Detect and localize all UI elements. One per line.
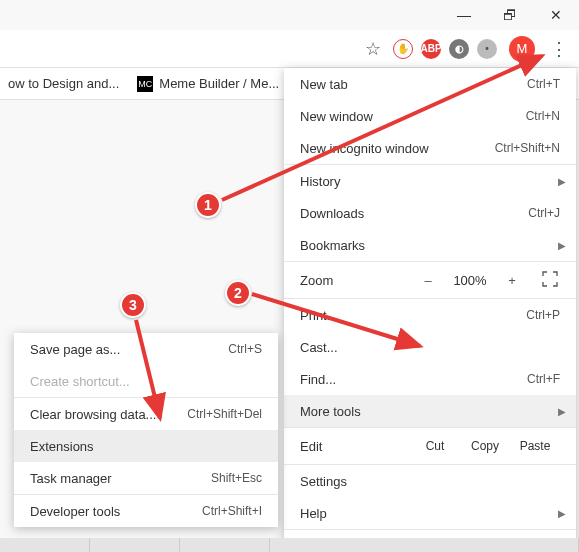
ext-icon-hand[interactable]: ✋ xyxy=(393,39,413,59)
menu-label: Cast... xyxy=(300,340,338,355)
menu-print[interactable]: Print... Ctrl+P xyxy=(284,299,576,331)
ext-icon-3[interactable]: ◐ xyxy=(449,39,469,59)
maximize-button[interactable]: 🗗 xyxy=(487,0,533,30)
window-controls: — 🗗 ✕ xyxy=(441,0,579,30)
minimize-button[interactable]: — xyxy=(441,0,487,30)
close-button[interactable]: ✕ xyxy=(533,0,579,30)
menu-label: Downloads xyxy=(300,206,364,221)
zoom-in-button[interactable]: + xyxy=(500,273,524,288)
menu-shortcut: Ctrl+N xyxy=(526,109,560,123)
submenu-shortcut: Ctrl+Shift+Del xyxy=(187,407,262,421)
menu-shortcut: Ctrl+P xyxy=(526,308,560,322)
menu-label: Edit xyxy=(300,439,410,454)
menu-more-tools[interactable]: More tools ▶ xyxy=(284,395,576,427)
submenu-label: Task manager xyxy=(30,471,112,486)
zoom-percentage: 100% xyxy=(450,273,490,288)
menu-label: History xyxy=(300,174,340,189)
chevron-right-icon: ▶ xyxy=(558,240,566,251)
submenu-label: Save page as... xyxy=(30,342,120,357)
ext-icon-abp[interactable]: ABP xyxy=(421,39,441,59)
fullscreen-icon[interactable] xyxy=(542,271,560,289)
chevron-right-icon: ▶ xyxy=(558,508,566,519)
menu-label: New incognito window xyxy=(300,141,429,156)
menu-label: New window xyxy=(300,109,373,124)
ext-icon-4[interactable]: • xyxy=(477,39,497,59)
submenu-save-page[interactable]: Save page as... Ctrl+S xyxy=(14,333,278,365)
menu-label: Zoom xyxy=(300,273,406,288)
menu-shortcut: Ctrl+J xyxy=(528,206,560,220)
bookmark-item[interactable]: ow to Design and... xyxy=(8,76,119,91)
zoom-out-button[interactable]: – xyxy=(416,273,440,288)
menu-help[interactable]: Help ▶ xyxy=(284,497,576,529)
menu-label: Settings xyxy=(300,474,347,489)
menu-shortcut: Ctrl+T xyxy=(527,77,560,91)
submenu-task-manager[interactable]: Task manager Shift+Esc xyxy=(14,462,278,494)
menu-shortcut: Ctrl+Shift+N xyxy=(495,141,560,155)
submenu-label: Clear browsing data... xyxy=(30,407,156,422)
menu-shortcut: Ctrl+F xyxy=(527,372,560,386)
taskbar-strip xyxy=(0,538,579,552)
menu-label: New tab xyxy=(300,77,348,92)
submenu-label: Extensions xyxy=(30,439,94,454)
menu-label: Print... xyxy=(300,308,338,323)
more-tools-submenu: Save page as... Ctrl+S Create shortcut..… xyxy=(14,333,278,527)
submenu-label: Create shortcut... xyxy=(30,374,130,389)
profile-avatar[interactable]: M xyxy=(509,36,535,62)
edit-paste-button[interactable]: Paste xyxy=(510,439,560,453)
menu-zoom: Zoom – 100% + xyxy=(284,262,576,298)
browser-toolbar: ☆ ✋ ABP ◐ • M ⋮ xyxy=(0,30,579,68)
bookmark-label: Meme Builder / Me... xyxy=(159,76,279,91)
menu-cast[interactable]: Cast... xyxy=(284,331,576,363)
edit-copy-button[interactable]: Copy xyxy=(460,439,510,453)
menu-label: Bookmarks xyxy=(300,238,365,253)
extension-icons: ✋ ABP ◐ • xyxy=(393,39,497,59)
bookmark-star-icon[interactable]: ☆ xyxy=(365,38,381,60)
chevron-right-icon: ▶ xyxy=(558,176,566,187)
chevron-right-icon: ▶ xyxy=(558,406,566,417)
submenu-shortcut: Shift+Esc xyxy=(211,471,262,485)
submenu-label: Developer tools xyxy=(30,504,120,519)
submenu-extensions[interactable]: Extensions xyxy=(14,430,278,462)
bookmark-label: ow to Design and... xyxy=(8,76,119,91)
menu-settings[interactable]: Settings xyxy=(284,465,576,497)
menu-bookmarks[interactable]: Bookmarks ▶ xyxy=(284,229,576,261)
menu-new-tab[interactable]: New tab Ctrl+T xyxy=(284,68,576,100)
menu-edit-row: Edit Cut Copy Paste xyxy=(284,428,576,464)
annotation-badge-2: 2 xyxy=(225,280,251,306)
menu-find[interactable]: Find... Ctrl+F xyxy=(284,363,576,395)
menu-history[interactable]: History ▶ xyxy=(284,165,576,197)
edit-cut-button[interactable]: Cut xyxy=(410,439,460,453)
submenu-shortcut: Ctrl+Shift+I xyxy=(202,504,262,518)
chrome-main-menu: New tab Ctrl+T New window Ctrl+N New inc… xyxy=(284,68,576,552)
submenu-create-shortcut[interactable]: Create shortcut... xyxy=(14,365,278,397)
menu-downloads[interactable]: Downloads Ctrl+J xyxy=(284,197,576,229)
menu-label: Find... xyxy=(300,372,336,387)
bookmark-favicon: MC xyxy=(137,76,153,92)
submenu-dev-tools[interactable]: Developer tools Ctrl+Shift+I xyxy=(14,495,278,527)
menu-incognito[interactable]: New incognito window Ctrl+Shift+N xyxy=(284,132,576,164)
menu-new-window[interactable]: New window Ctrl+N xyxy=(284,100,576,132)
bookmark-item[interactable]: MC Meme Builder / Me... xyxy=(137,76,279,92)
submenu-clear-data[interactable]: Clear browsing data... Ctrl+Shift+Del xyxy=(14,398,278,430)
menu-label: More tools xyxy=(300,404,361,419)
annotation-badge-1: 1 xyxy=(195,192,221,218)
submenu-shortcut: Ctrl+S xyxy=(228,342,262,356)
menu-label: Help xyxy=(300,506,327,521)
annotation-badge-3: 3 xyxy=(120,292,146,318)
chrome-menu-button[interactable]: ⋮ xyxy=(545,35,573,63)
